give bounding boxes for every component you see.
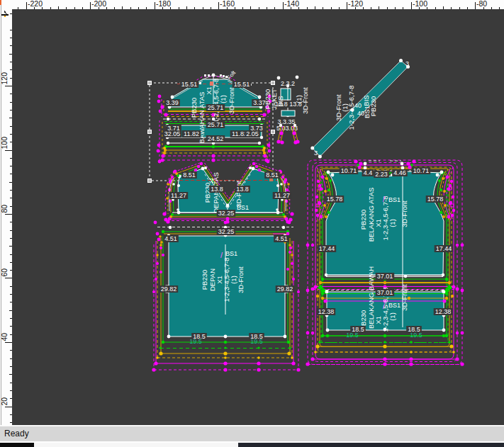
svg-text:24.52: 24.52 — [208, 135, 224, 142]
svg-text:29.82: 29.82 — [277, 285, 293, 293]
svg-text:37.01: 37.01 — [377, 289, 393, 296]
svg-text:37.01: 37.01 — [377, 273, 393, 280]
svg-text:19.5: 19.5 — [410, 332, 422, 339]
svg-text:PB230: PB230 — [201, 270, 208, 290]
svg-text:-160: -160 — [220, 0, 235, 8]
svg-text:BS1: BS1 — [363, 106, 371, 118]
svg-text:PB230: PB230 — [190, 98, 198, 118]
svg-text:4.46: 4.46 — [393, 169, 406, 176]
svg-text:3D-Front: 3D-Front — [401, 284, 408, 311]
svg-text:3D-Front: 3D-Front — [235, 181, 242, 208]
svg-text:BELAKANG ATAS: BELAKANG ATAS — [367, 188, 375, 242]
svg-text:BIS: BIS — [362, 95, 370, 106]
svg-text:15.51: 15.51 — [234, 81, 250, 88]
svg-text:15.78: 15.78 — [427, 196, 444, 203]
svg-text:4.51: 4.51 — [275, 235, 288, 242]
svg-text:2.23: 2.23 — [375, 171, 388, 178]
svg-text:-100: -100 — [413, 0, 427, 8]
svg-text:11.27: 11.27 — [171, 192, 186, 199]
svg-text:25.71: 25.71 — [208, 104, 224, 111]
svg-text:40: 40 — [354, 102, 362, 109]
svg-text:-120: -120 — [348, 0, 363, 8]
svg-text:19.5: 19.5 — [189, 338, 202, 345]
svg-text:40: 40 — [0, 333, 9, 341]
svg-text:3D-Front: 3D-Front — [228, 87, 235, 114]
svg-text:3D-Front: 3D-Front — [401, 200, 408, 227]
svg-text:3.39: 3.39 — [166, 99, 179, 106]
svg-text:15.78: 15.78 — [327, 196, 343, 203]
svg-text:BS1: BS1 — [225, 250, 237, 257]
svg-text:11.82: 11.82 — [184, 130, 199, 137]
svg-text:19.5: 19.5 — [346, 332, 359, 339]
svg-text:3: 3 — [405, 60, 409, 67]
svg-text:120: 120 — [0, 72, 9, 85]
svg-text:13.8: 13.8 — [236, 186, 249, 193]
svg-text:-220: -220 — [28, 0, 43, 8]
svg-text:11.27: 11.27 — [274, 192, 290, 199]
svg-text:100: 100 — [0, 137, 9, 149]
svg-text:80: 80 — [0, 205, 9, 213]
svg-text:60: 60 — [0, 268, 9, 277]
svg-text:-140: -140 — [284, 0, 299, 8]
svg-text:4.4: 4.4 — [364, 169, 373, 176]
svg-text:32.25: 32.25 — [218, 228, 235, 235]
svg-text:15.51: 15.51 — [181, 81, 198, 88]
svg-text:32.05: 32.05 — [164, 130, 181, 137]
svg-text:3D-Front: 3D-Front — [301, 87, 309, 114]
svg-text:25.71: 25.71 — [208, 121, 224, 128]
svg-text:13.8: 13.8 — [211, 186, 223, 193]
svg-text:3: 3 — [314, 149, 318, 157]
svg-text:3D-Front: 3D-Front — [237, 266, 245, 293]
svg-text:PB230: PB230 — [359, 210, 367, 230]
svg-text:(1): (1) — [219, 95, 227, 103]
svg-text:20: 20 — [0, 397, 9, 406]
svg-text:BS1: BS1 — [388, 302, 401, 309]
svg-text:8.51: 8.51 — [183, 171, 196, 179]
svg-text:(1): (1) — [388, 219, 396, 227]
svg-text:-200: -200 — [91, 0, 106, 8]
svg-text:2.05: 2.05 — [246, 130, 259, 137]
svg-text:8.51: 8.51 — [266, 171, 279, 179]
svg-text:-80: -80 — [476, 0, 487, 8]
svg-text:BIS: BIS — [276, 96, 284, 106]
svg-text:3D-Front: 3D-Front — [335, 94, 342, 121]
svg-text:4.51: 4.51 — [164, 235, 177, 242]
svg-text:10.71: 10.71 — [413, 167, 430, 174]
svg-text:32.25: 32.25 — [218, 210, 235, 217]
svg-text:(1): (1) — [388, 312, 396, 321]
svg-text:-180: -180 — [156, 0, 171, 8]
svg-text:17.44: 17.44 — [436, 245, 452, 252]
svg-text:29.82: 29.82 — [161, 285, 177, 293]
svg-text:BS1: BS1 — [388, 196, 401, 203]
svg-text:17.44: 17.44 — [319, 245, 335, 252]
svg-text:12.38: 12.38 — [318, 308, 335, 315]
svg-text:12.38: 12.38 — [435, 308, 452, 315]
svg-text:19.5: 19.5 — [250, 338, 263, 345]
svg-text:10.71: 10.71 — [341, 167, 357, 174]
